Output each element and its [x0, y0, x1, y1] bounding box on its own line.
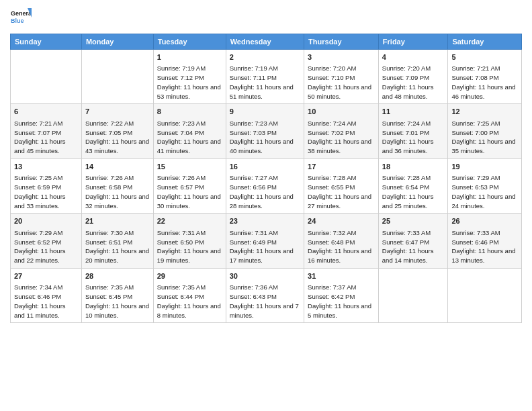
day-info: Sunrise: 7:29 AM Sunset: 6:53 PM Dayligh…: [451, 173, 518, 210]
week-row-3: 20Sunrise: 7:29 AM Sunset: 6:52 PM Dayli…: [11, 214, 522, 268]
calendar-cell: 7Sunrise: 7:22 AM Sunset: 7:05 PM Daylig…: [81, 104, 153, 158]
header: General Blue: [10, 7, 522, 28]
calendar-cell: 16Sunrise: 7:27 AM Sunset: 6:56 PM Dayli…: [226, 158, 304, 213]
col-header-saturday: Saturday: [448, 34, 522, 50]
day-info: Sunrise: 7:31 AM Sunset: 6:49 PM Dayligh…: [230, 228, 300, 265]
day-number: 29: [157, 271, 222, 281]
col-header-friday: Friday: [378, 34, 448, 50]
day-number: 15: [157, 162, 222, 172]
calendar-cell: 29Sunrise: 7:35 AM Sunset: 6:44 PM Dayli…: [153, 268, 226, 322]
day-info: Sunrise: 7:32 AM Sunset: 6:48 PM Dayligh…: [308, 228, 375, 265]
day-number: 12: [451, 107, 518, 117]
svg-text:Blue: Blue: [11, 17, 24, 24]
day-number: 8: [157, 107, 222, 117]
day-number: 21: [85, 216, 150, 226]
day-number: 25: [382, 216, 445, 226]
day-info: Sunrise: 7:26 AM Sunset: 6:58 PM Dayligh…: [85, 173, 150, 210]
day-info: Sunrise: 7:22 AM Sunset: 7:05 PM Dayligh…: [85, 119, 150, 156]
day-number: 4: [382, 52, 445, 62]
calendar-cell: 9Sunrise: 7:23 AM Sunset: 7:03 PM Daylig…: [226, 104, 304, 158]
calendar-cell: 22Sunrise: 7:31 AM Sunset: 6:50 PM Dayli…: [153, 214, 226, 268]
day-number: 17: [308, 162, 375, 172]
day-number: 20: [14, 216, 78, 226]
calendar-cell: 25Sunrise: 7:33 AM Sunset: 6:47 PM Dayli…: [378, 214, 448, 268]
calendar-cell: 21Sunrise: 7:30 AM Sunset: 6:51 PM Dayli…: [81, 214, 153, 268]
day-info: Sunrise: 7:19 AM Sunset: 7:12 PM Dayligh…: [157, 64, 222, 101]
calendar-cell: [378, 268, 448, 322]
day-info: Sunrise: 7:30 AM Sunset: 6:51 PM Dayligh…: [85, 228, 150, 265]
col-header-sunday: Sunday: [11, 34, 82, 50]
day-info: Sunrise: 7:36 AM Sunset: 6:43 PM Dayligh…: [230, 283, 300, 320]
day-number: 27: [14, 271, 78, 281]
day-number: 7: [85, 107, 150, 117]
calendar-cell: 23Sunrise: 7:31 AM Sunset: 6:49 PM Dayli…: [226, 214, 304, 268]
day-number: 28: [85, 271, 150, 281]
calendar-cell: 27Sunrise: 7:34 AM Sunset: 6:46 PM Dayli…: [11, 268, 82, 322]
calendar-cell: 2Sunrise: 7:19 AM Sunset: 7:11 PM Daylig…: [226, 50, 304, 104]
day-info: Sunrise: 7:24 AM Sunset: 7:02 PM Dayligh…: [308, 119, 375, 156]
calendar-cell: 17Sunrise: 7:28 AM Sunset: 6:55 PM Dayli…: [304, 158, 379, 213]
day-info: Sunrise: 7:19 AM Sunset: 7:11 PM Dayligh…: [230, 64, 300, 101]
calendar-cell: 14Sunrise: 7:26 AM Sunset: 6:58 PM Dayli…: [81, 158, 153, 213]
calendar-cell: 3Sunrise: 7:20 AM Sunset: 7:10 PM Daylig…: [304, 50, 379, 104]
calendar-cell: [11, 50, 82, 104]
calendar-cell: 20Sunrise: 7:29 AM Sunset: 6:52 PM Dayli…: [11, 214, 82, 268]
calendar-cell: 19Sunrise: 7:29 AM Sunset: 6:53 PM Dayli…: [448, 158, 522, 213]
day-info: Sunrise: 7:25 AM Sunset: 6:59 PM Dayligh…: [14, 173, 78, 210]
day-info: Sunrise: 7:37 AM Sunset: 6:42 PM Dayligh…: [308, 283, 375, 320]
calendar-cell: 12Sunrise: 7:25 AM Sunset: 7:00 PM Dayli…: [448, 104, 522, 158]
calendar-cell: 28Sunrise: 7:35 AM Sunset: 6:45 PM Dayli…: [81, 268, 153, 322]
day-info: Sunrise: 7:20 AM Sunset: 7:10 PM Dayligh…: [308, 64, 375, 101]
day-info: Sunrise: 7:34 AM Sunset: 6:46 PM Dayligh…: [14, 283, 78, 320]
day-info: Sunrise: 7:31 AM Sunset: 6:50 PM Dayligh…: [157, 228, 222, 265]
calendar-cell: 8Sunrise: 7:23 AM Sunset: 7:04 PM Daylig…: [153, 104, 226, 158]
week-row-0: 1Sunrise: 7:19 AM Sunset: 7:12 PM Daylig…: [11, 50, 522, 104]
calendar-cell: [448, 268, 522, 322]
day-number: 10: [308, 107, 375, 117]
calendar-cell: 1Sunrise: 7:19 AM Sunset: 7:12 PM Daylig…: [153, 50, 226, 104]
day-info: Sunrise: 7:28 AM Sunset: 6:55 PM Dayligh…: [308, 173, 375, 210]
day-number: 19: [451, 162, 518, 172]
svg-text:General: General: [11, 10, 32, 17]
calendar-cell: 11Sunrise: 7:24 AM Sunset: 7:01 PM Dayli…: [378, 104, 448, 158]
col-header-thursday: Thursday: [304, 34, 379, 50]
day-info: Sunrise: 7:26 AM Sunset: 6:57 PM Dayligh…: [157, 173, 222, 210]
calendar-cell: 24Sunrise: 7:32 AM Sunset: 6:48 PM Dayli…: [304, 214, 379, 268]
calendar-cell: 5Sunrise: 7:21 AM Sunset: 7:08 PM Daylig…: [448, 50, 522, 104]
day-info: Sunrise: 7:35 AM Sunset: 6:45 PM Dayligh…: [85, 283, 150, 320]
day-number: 23: [230, 216, 300, 226]
day-info: Sunrise: 7:29 AM Sunset: 6:52 PM Dayligh…: [14, 228, 78, 265]
day-number: 18: [382, 162, 445, 172]
day-number: 3: [308, 52, 375, 62]
day-number: 13: [14, 162, 78, 172]
col-header-monday: Monday: [81, 34, 153, 50]
day-info: Sunrise: 7:24 AM Sunset: 7:01 PM Dayligh…: [382, 119, 445, 156]
day-info: Sunrise: 7:23 AM Sunset: 7:04 PM Dayligh…: [157, 119, 222, 156]
calendar-cell: 10Sunrise: 7:24 AM Sunset: 7:02 PM Dayli…: [304, 104, 379, 158]
day-info: Sunrise: 7:20 AM Sunset: 7:09 PM Dayligh…: [382, 64, 445, 101]
day-info: Sunrise: 7:23 AM Sunset: 7:03 PM Dayligh…: [230, 119, 300, 156]
col-header-wednesday: Wednesday: [226, 34, 304, 50]
day-number: 6: [14, 107, 78, 117]
day-number: 31: [308, 271, 375, 281]
week-row-2: 13Sunrise: 7:25 AM Sunset: 6:59 PM Dayli…: [11, 158, 522, 213]
calendar-cell: 18Sunrise: 7:28 AM Sunset: 6:54 PM Dayli…: [378, 158, 448, 213]
calendar-cell: [81, 50, 153, 104]
day-info: Sunrise: 7:35 AM Sunset: 6:44 PM Dayligh…: [157, 283, 222, 320]
calendar-cell: 6Sunrise: 7:21 AM Sunset: 7:07 PM Daylig…: [11, 104, 82, 158]
day-info: Sunrise: 7:33 AM Sunset: 6:47 PM Dayligh…: [382, 228, 445, 265]
logo-icon: General Blue: [10, 7, 32, 28]
day-info: Sunrise: 7:21 AM Sunset: 7:08 PM Dayligh…: [451, 64, 518, 101]
col-header-tuesday: Tuesday: [153, 34, 226, 50]
logo: General Blue: [10, 7, 32, 28]
calendar-table: SundayMondayTuesdayWednesdayThursdayFrid…: [10, 34, 522, 323]
calendar-cell: 15Sunrise: 7:26 AM Sunset: 6:57 PM Dayli…: [153, 158, 226, 213]
day-info: Sunrise: 7:27 AM Sunset: 6:56 PM Dayligh…: [230, 173, 300, 210]
day-number: 30: [230, 271, 300, 281]
day-number: 26: [451, 216, 518, 226]
week-row-4: 27Sunrise: 7:34 AM Sunset: 6:46 PM Dayli…: [11, 268, 522, 322]
week-row-1: 6Sunrise: 7:21 AM Sunset: 7:07 PM Daylig…: [11, 104, 522, 158]
day-number: 14: [85, 162, 150, 172]
day-number: 9: [230, 107, 300, 117]
calendar-cell: 26Sunrise: 7:33 AM Sunset: 6:46 PM Dayli…: [448, 214, 522, 268]
